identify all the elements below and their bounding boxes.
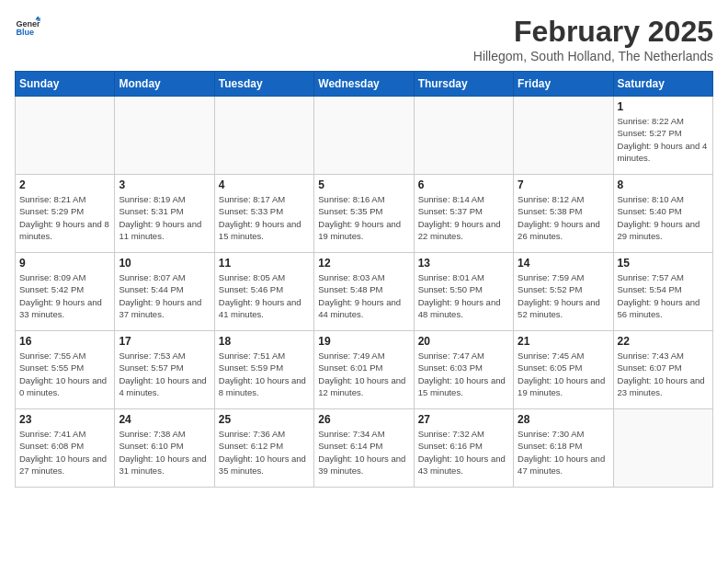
calendar-day-cell bbox=[115, 97, 214, 175]
calendar-day-cell: 27Sunrise: 7:32 AM Sunset: 6:16 PM Dayli… bbox=[414, 409, 513, 488]
calendar-day-cell: 3Sunrise: 8:19 AM Sunset: 5:31 PM Daylig… bbox=[115, 175, 214, 253]
weekday-header-cell: Sunday bbox=[16, 72, 115, 97]
calendar-week-row: 23Sunrise: 7:41 AM Sunset: 6:08 PM Dayli… bbox=[16, 409, 713, 488]
weekday-header-cell: Monday bbox=[115, 72, 214, 97]
calendar-day-cell: 5Sunrise: 8:16 AM Sunset: 5:35 PM Daylig… bbox=[314, 175, 414, 253]
calendar: SundayMondayTuesdayWednesdayThursdayFrid… bbox=[15, 71, 713, 488]
calendar-day-cell: 16Sunrise: 7:55 AM Sunset: 5:55 PM Dayli… bbox=[16, 331, 115, 409]
day-info: Sunrise: 8:03 AM Sunset: 5:48 PM Dayligh… bbox=[318, 271, 409, 320]
calendar-day-cell: 20Sunrise: 7:47 AM Sunset: 6:03 PM Dayli… bbox=[414, 331, 513, 409]
day-number: 12 bbox=[318, 257, 409, 270]
day-number: 18 bbox=[219, 335, 310, 348]
day-number: 9 bbox=[19, 257, 110, 270]
day-number: 28 bbox=[518, 413, 609, 426]
calendar-day-cell bbox=[16, 97, 115, 175]
day-info: Sunrise: 8:12 AM Sunset: 5:38 PM Dayligh… bbox=[518, 193, 609, 242]
calendar-day-cell: 10Sunrise: 8:07 AM Sunset: 5:44 PM Dayli… bbox=[115, 253, 214, 331]
day-info: Sunrise: 7:45 AM Sunset: 6:05 PM Dayligh… bbox=[518, 350, 609, 398]
day-number: 3 bbox=[119, 178, 210, 191]
logo-icon: General Blue bbox=[15, 15, 40, 40]
calendar-day-cell: 22Sunrise: 7:43 AM Sunset: 6:07 PM Dayli… bbox=[613, 331, 712, 409]
day-number: 1 bbox=[618, 100, 709, 113]
calendar-day-cell: 11Sunrise: 8:05 AM Sunset: 5:46 PM Dayli… bbox=[214, 253, 313, 331]
day-number: 26 bbox=[318, 413, 409, 426]
calendar-day-cell: 2Sunrise: 8:21 AM Sunset: 5:29 PM Daylig… bbox=[16, 175, 115, 253]
weekday-header-cell: Saturday bbox=[613, 72, 712, 97]
header: General Blue February 2025 Hillegom, Sou… bbox=[15, 15, 713, 63]
day-info: Sunrise: 7:47 AM Sunset: 6:03 PM Dayligh… bbox=[418, 350, 509, 398]
calendar-day-cell: 6Sunrise: 8:14 AM Sunset: 5:37 PM Daylig… bbox=[414, 175, 513, 253]
day-number: 15 bbox=[618, 257, 709, 270]
calendar-day-cell: 24Sunrise: 7:38 AM Sunset: 6:10 PM Dayli… bbox=[115, 409, 214, 488]
calendar-day-cell: 26Sunrise: 7:34 AM Sunset: 6:14 PM Dayli… bbox=[314, 409, 414, 488]
day-info: Sunrise: 7:36 AM Sunset: 6:12 PM Dayligh… bbox=[219, 428, 310, 477]
day-number: 20 bbox=[418, 335, 509, 348]
calendar-day-cell: 7Sunrise: 8:12 AM Sunset: 5:38 PM Daylig… bbox=[514, 175, 613, 253]
day-info: Sunrise: 8:14 AM Sunset: 5:37 PM Dayligh… bbox=[418, 193, 509, 242]
day-number: 21 bbox=[518, 335, 609, 348]
calendar-day-cell: 12Sunrise: 8:03 AM Sunset: 5:48 PM Dayli… bbox=[314, 253, 414, 331]
calendar-week-row: 2Sunrise: 8:21 AM Sunset: 5:29 PM Daylig… bbox=[16, 175, 713, 253]
day-info: Sunrise: 7:43 AM Sunset: 6:07 PM Dayligh… bbox=[618, 350, 709, 398]
weekday-header-row: SundayMondayTuesdayWednesdayThursdayFrid… bbox=[16, 72, 713, 97]
calendar-week-row: 1Sunrise: 8:22 AM Sunset: 5:27 PM Daylig… bbox=[16, 97, 713, 175]
day-info: Sunrise: 7:34 AM Sunset: 6:14 PM Dayligh… bbox=[318, 428, 409, 477]
day-info: Sunrise: 7:51 AM Sunset: 5:59 PM Dayligh… bbox=[219, 350, 310, 398]
calendar-day-cell: 19Sunrise: 7:49 AM Sunset: 6:01 PM Dayli… bbox=[314, 331, 414, 409]
day-info: Sunrise: 7:53 AM Sunset: 5:57 PM Dayligh… bbox=[119, 350, 210, 398]
day-info: Sunrise: 7:49 AM Sunset: 6:01 PM Dayligh… bbox=[318, 350, 409, 398]
calendar-day-cell: 21Sunrise: 7:45 AM Sunset: 6:05 PM Dayli… bbox=[514, 331, 613, 409]
day-number: 16 bbox=[19, 335, 110, 348]
calendar-day-cell bbox=[414, 97, 513, 175]
logo: General Blue bbox=[15, 15, 40, 40]
svg-text:General: General bbox=[16, 19, 40, 29]
day-info: Sunrise: 7:38 AM Sunset: 6:10 PM Dayligh… bbox=[119, 428, 210, 477]
weekday-header-cell: Tuesday bbox=[214, 72, 313, 97]
day-number: 19 bbox=[318, 335, 409, 348]
calendar-body: 1Sunrise: 8:22 AM Sunset: 5:27 PM Daylig… bbox=[16, 97, 713, 488]
day-number: 2 bbox=[19, 178, 110, 191]
day-info: Sunrise: 7:30 AM Sunset: 6:18 PM Dayligh… bbox=[518, 428, 609, 477]
calendar-day-cell bbox=[514, 97, 613, 175]
weekday-header-cell: Wednesday bbox=[314, 72, 414, 97]
day-number: 13 bbox=[418, 257, 509, 270]
day-number: 23 bbox=[19, 413, 110, 426]
day-info: Sunrise: 8:22 AM Sunset: 5:27 PM Dayligh… bbox=[618, 115, 709, 164]
title-area: February 2025 Hillegom, South Holland, T… bbox=[473, 15, 713, 63]
day-info: Sunrise: 7:59 AM Sunset: 5:52 PM Dayligh… bbox=[518, 271, 609, 320]
day-number: 25 bbox=[219, 413, 310, 426]
calendar-day-cell: 8Sunrise: 8:10 AM Sunset: 5:40 PM Daylig… bbox=[613, 175, 712, 253]
day-number: 11 bbox=[219, 257, 310, 270]
month-title: February 2025 bbox=[473, 15, 713, 49]
calendar-week-row: 9Sunrise: 8:09 AM Sunset: 5:42 PM Daylig… bbox=[16, 253, 713, 331]
day-number: 7 bbox=[518, 178, 609, 191]
day-number: 27 bbox=[418, 413, 509, 426]
day-info: Sunrise: 8:07 AM Sunset: 5:44 PM Dayligh… bbox=[119, 271, 210, 320]
day-number: 8 bbox=[618, 178, 709, 191]
day-number: 14 bbox=[518, 257, 609, 270]
calendar-day-cell: 28Sunrise: 7:30 AM Sunset: 6:18 PM Dayli… bbox=[514, 409, 613, 488]
day-number: 22 bbox=[618, 335, 709, 348]
calendar-day-cell bbox=[314, 97, 414, 175]
calendar-day-cell: 4Sunrise: 8:17 AM Sunset: 5:33 PM Daylig… bbox=[214, 175, 313, 253]
calendar-day-cell: 25Sunrise: 7:36 AM Sunset: 6:12 PM Dayli… bbox=[214, 409, 313, 488]
day-info: Sunrise: 7:41 AM Sunset: 6:08 PM Dayligh… bbox=[19, 428, 110, 477]
day-number: 17 bbox=[119, 335, 210, 348]
calendar-day-cell: 18Sunrise: 7:51 AM Sunset: 5:59 PM Dayli… bbox=[214, 331, 313, 409]
svg-text:Blue: Blue bbox=[16, 28, 34, 37]
day-info: Sunrise: 8:21 AM Sunset: 5:29 PM Dayligh… bbox=[19, 193, 110, 242]
day-number: 6 bbox=[418, 178, 509, 191]
day-info: Sunrise: 7:32 AM Sunset: 6:16 PM Dayligh… bbox=[418, 428, 509, 477]
day-info: Sunrise: 8:16 AM Sunset: 5:35 PM Dayligh… bbox=[318, 193, 409, 242]
calendar-day-cell: 14Sunrise: 7:59 AM Sunset: 5:52 PM Dayli… bbox=[514, 253, 613, 331]
calendar-day-cell: 1Sunrise: 8:22 AM Sunset: 5:27 PM Daylig… bbox=[613, 97, 712, 175]
day-info: Sunrise: 8:10 AM Sunset: 5:40 PM Dayligh… bbox=[618, 193, 709, 242]
day-info: Sunrise: 7:55 AM Sunset: 5:55 PM Dayligh… bbox=[19, 350, 110, 398]
day-info: Sunrise: 8:09 AM Sunset: 5:42 PM Dayligh… bbox=[19, 271, 110, 320]
calendar-day-cell: 23Sunrise: 7:41 AM Sunset: 6:08 PM Dayli… bbox=[16, 409, 115, 488]
calendar-day-cell: 9Sunrise: 8:09 AM Sunset: 5:42 PM Daylig… bbox=[16, 253, 115, 331]
day-number: 5 bbox=[318, 178, 409, 191]
calendar-day-cell: 15Sunrise: 7:57 AM Sunset: 5:54 PM Dayli… bbox=[613, 253, 712, 331]
day-number: 10 bbox=[119, 257, 210, 270]
calendar-day-cell: 13Sunrise: 8:01 AM Sunset: 5:50 PM Dayli… bbox=[414, 253, 513, 331]
